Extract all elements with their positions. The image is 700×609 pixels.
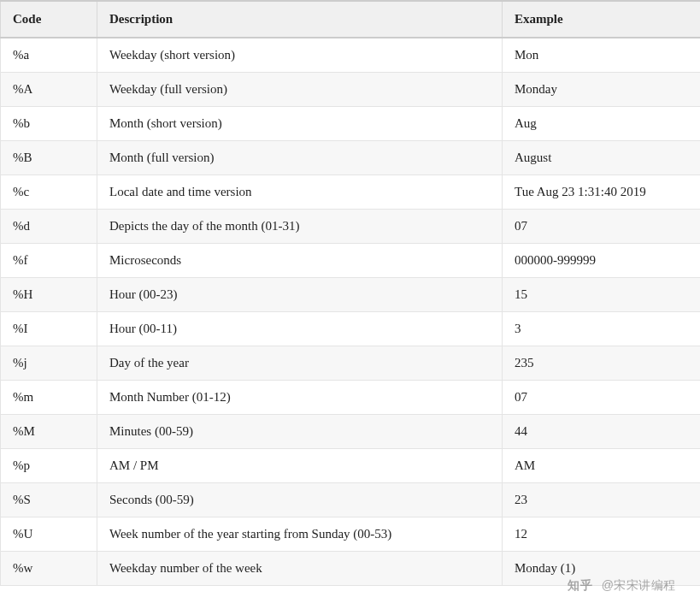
cell-description: AM / PM — [97, 449, 503, 483]
table-row: %cLocal date and time versionTue Aug 23 … — [1, 175, 701, 210]
cell-description: Day of the year — [97, 346, 503, 381]
header-code: Code — [1, 1, 97, 38]
cell-description: Depicts the day of the month (01-31) — [97, 210, 503, 244]
header-description: Description — [97, 1, 503, 38]
cell-code: %d — [1, 210, 97, 244]
cell-code: %f — [1, 244, 97, 278]
table-row: %aWeekday (short version)Mon — [1, 38, 701, 73]
cell-description: Week number of the year starting from Su… — [97, 517, 503, 552]
cell-description: Minutes (00-59) — [97, 415, 503, 449]
cell-code: %a — [1, 38, 97, 73]
table-row: %SSeconds (00-59)23 — [1, 483, 701, 517]
table-row: %wWeekday number of the weekMonday (1) — [1, 552, 701, 586]
cell-example: 000000-999999 — [503, 244, 701, 278]
cell-example: 12 — [503, 517, 701, 552]
table-row: %HHour (00-23)15 — [1, 278, 701, 312]
cell-example: Monday — [503, 73, 701, 107]
cell-description: Month (full version) — [97, 141, 503, 175]
cell-code: %c — [1, 175, 97, 210]
table-row: %MMinutes (00-59)44 — [1, 415, 701, 449]
table-row: %pAM / PMAM — [1, 449, 701, 483]
cell-example: 07 — [503, 381, 701, 415]
cell-code: %H — [1, 278, 97, 312]
cell-description: Hour (00-23) — [97, 278, 503, 312]
table-row: %AWeekday (full version)Monday — [1, 73, 701, 107]
cell-description: Month Number (01-12) — [97, 381, 503, 415]
cell-code: %S — [1, 483, 97, 517]
cell-example: Aug — [503, 107, 701, 141]
cell-example: 15 — [503, 278, 701, 312]
cell-description: Microseconds — [97, 244, 503, 278]
table-row: %bMonth (short version)Aug — [1, 107, 701, 141]
table-row: %dDepicts the day of the month (01-31)07 — [1, 210, 701, 244]
cell-code: %b — [1, 107, 97, 141]
cell-code: %w — [1, 552, 97, 586]
header-example: Example — [503, 1, 701, 38]
table-row: %IHour (00-11)3 — [1, 312, 701, 346]
cell-description: Seconds (00-59) — [97, 483, 503, 517]
cell-code: %U — [1, 517, 97, 552]
table-row: %BMonth (full version)August — [1, 141, 701, 175]
cell-description: Weekday (short version) — [97, 38, 503, 73]
table-row: %fMicroseconds000000-999999 — [1, 244, 701, 278]
cell-description: Month (short version) — [97, 107, 503, 141]
cell-code: %B — [1, 141, 97, 175]
cell-example: Monday (1) — [503, 552, 701, 586]
cell-example: 07 — [503, 210, 701, 244]
cell-description: Weekday number of the week — [97, 552, 503, 586]
cell-code: %M — [1, 415, 97, 449]
cell-description: Local date and time version — [97, 175, 503, 210]
table-row: %jDay of the year235 — [1, 346, 701, 381]
table-header: Code Description Example — [1, 1, 701, 38]
table-body: %aWeekday (short version)Mon%AWeekday (f… — [1, 38, 701, 586]
cell-example: 235 — [503, 346, 701, 381]
cell-code: %m — [1, 381, 97, 415]
cell-code: %I — [1, 312, 97, 346]
cell-example: Tue Aug 23 1:31:40 2019 — [503, 175, 701, 210]
cell-example: 3 — [503, 312, 701, 346]
cell-code: %j — [1, 346, 97, 381]
cell-description: Weekday (full version) — [97, 73, 503, 107]
cell-code: %p — [1, 449, 97, 483]
cell-example: Mon — [503, 38, 701, 73]
cell-example: 44 — [503, 415, 701, 449]
table-row: %mMonth Number (01-12)07 — [1, 381, 701, 415]
cell-description: Hour (00-11) — [97, 312, 503, 346]
cell-example: 23 — [503, 483, 701, 517]
cell-example: August — [503, 141, 701, 175]
cell-code: %A — [1, 73, 97, 107]
table-row: %UWeek number of the year starting from … — [1, 517, 701, 552]
format-codes-table: Code Description Example %aWeekday (shor… — [0, 0, 700, 586]
cell-example: AM — [503, 449, 701, 483]
